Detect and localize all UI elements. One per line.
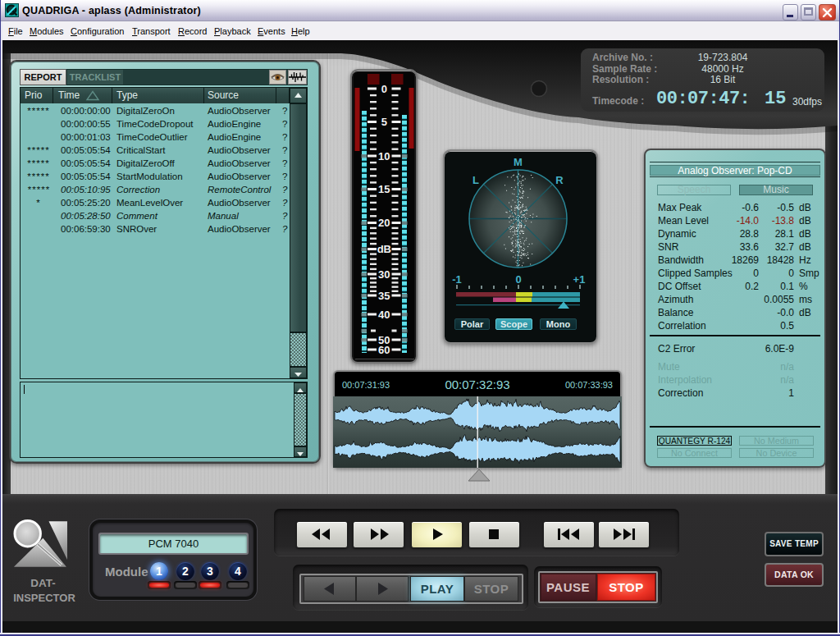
svg-text:L: L: [472, 174, 479, 186]
svg-text:0: 0: [515, 273, 521, 286]
svg-text:M: M: [514, 156, 523, 168]
svg-text:+1: +1: [573, 273, 586, 286]
svg-text:R: R: [555, 174, 564, 186]
svg-text:-1: -1: [452, 273, 462, 286]
